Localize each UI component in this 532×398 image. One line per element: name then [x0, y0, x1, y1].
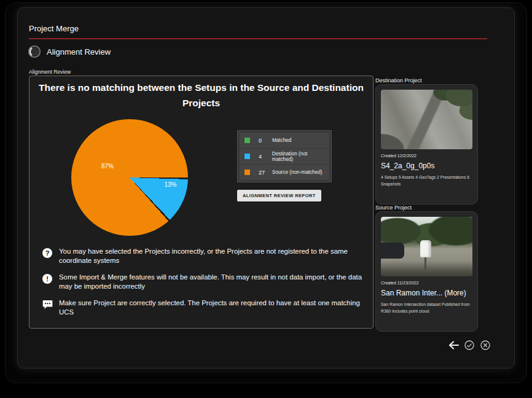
legend-swatch-destination: [244, 154, 250, 159]
legend-label-source: Source (non-matched): [272, 170, 322, 175]
note-text: Some Import & Merge features will not be…: [59, 273, 369, 291]
legend-row-destination: 4 Destination (not matched): [240, 149, 329, 164]
pie-percent-destination: 13%: [164, 181, 176, 188]
source-project-label: Source Project: [375, 205, 412, 211]
legend-row-matched: 0 Matched: [240, 133, 329, 148]
alignment-review-panel-label: Alignment Review: [29, 69, 71, 75]
note-item-import-merge: ! Some Import & Merge features will not …: [36, 273, 369, 291]
legend-label-destination: Destination (not matched): [272, 151, 329, 162]
legend-swatch-matched: [244, 138, 250, 143]
alignment-review-panel: There is no matching between the Setups …: [29, 76, 374, 329]
legend-count-destination: 4: [259, 154, 272, 160]
x-circle-icon: [480, 340, 490, 350]
source-thumbnail: [381, 217, 472, 276]
destination-project-title: S4_2a_0g_0p0s: [381, 162, 472, 170]
source-project-card[interactable]: Created 11/23/2022 San Ramon Inter... (M…: [375, 211, 478, 332]
note-icon-column: ?: [36, 247, 59, 265]
no-matching-heading: There is no matching between the Setups …: [37, 80, 366, 111]
legend-label-matched: Matched: [272, 138, 291, 143]
note-item-coordinate-systems: ? You may have selected the Projects inc…: [36, 247, 369, 265]
alignment-review-icon: [28, 45, 41, 58]
project-merge-window: Project Merge Alignment Review Alignment…: [17, 7, 515, 369]
chart-legend: 0 Matched 4 Destination (not matched) 27…: [237, 130, 332, 182]
back-button[interactable]: [448, 340, 459, 351]
destination-project-label: Destination Project: [375, 77, 422, 84]
exclamation-icon: !: [42, 274, 52, 284]
question-mark-icon: ?: [42, 248, 52, 258]
pie-chart: 87% 13%: [71, 119, 188, 236]
source-project-title[interactable]: San Ramon Inter... (More): [381, 289, 472, 297]
screen-background: Project Merge Alignment Review Alignment…: [0, 0, 532, 398]
destination-thumbnail: [381, 90, 472, 149]
check-circle-icon: [464, 340, 474, 350]
close-button[interactable]: [480, 340, 491, 351]
source-created-date: Created 11/23/2022: [381, 281, 472, 285]
section-title: Alignment Review: [47, 47, 111, 57]
confirm-button[interactable]: [464, 340, 475, 351]
legend-row-source: 27 Source (non-matched): [240, 165, 329, 180]
note-text: You may have selected the Projects incor…: [59, 247, 369, 265]
alignment-review-report-button[interactable]: ALIGNMENT REVIEW REPORT: [237, 190, 321, 201]
destination-created-date: Created 12/2/2022: [381, 154, 472, 158]
source-project-details: San Ramon Intersection dataset Published…: [381, 302, 472, 314]
window-title: Project Merge: [29, 24, 79, 33]
notes-list: ? You may have selected the Projects inc…: [36, 247, 369, 324]
comment-bubble-icon: [42, 300, 53, 317]
scanner-shape: [420, 240, 431, 257]
legend-count-source: 27: [259, 170, 272, 176]
footer-actions: [448, 340, 491, 351]
scanner-tripod: [424, 257, 426, 270]
note-text: Make sure Project are correctly selected…: [59, 298, 369, 317]
legend-swatch-source: [244, 170, 250, 175]
note-icon-column: !: [36, 273, 59, 291]
title-divider: [29, 38, 487, 39]
car-shape: [381, 243, 404, 259]
pie-percent-source: 87%: [101, 163, 114, 170]
alignment-review-header: Alignment Review: [28, 45, 111, 58]
destination-project-card[interactable]: Created 12/2/2022 S4_2a_0g_0p0s 4 Setups…: [375, 84, 478, 205]
destination-project-details: 4 Setups 9 Assets 4 GeoTags 2 Presentati…: [381, 174, 472, 187]
note-icon-column: [36, 298, 59, 317]
legend-count-matched: 0: [259, 138, 272, 144]
back-arrow-icon: [448, 341, 459, 349]
note-item-matching-ucs: Make sure Project are correctly selected…: [36, 298, 369, 317]
